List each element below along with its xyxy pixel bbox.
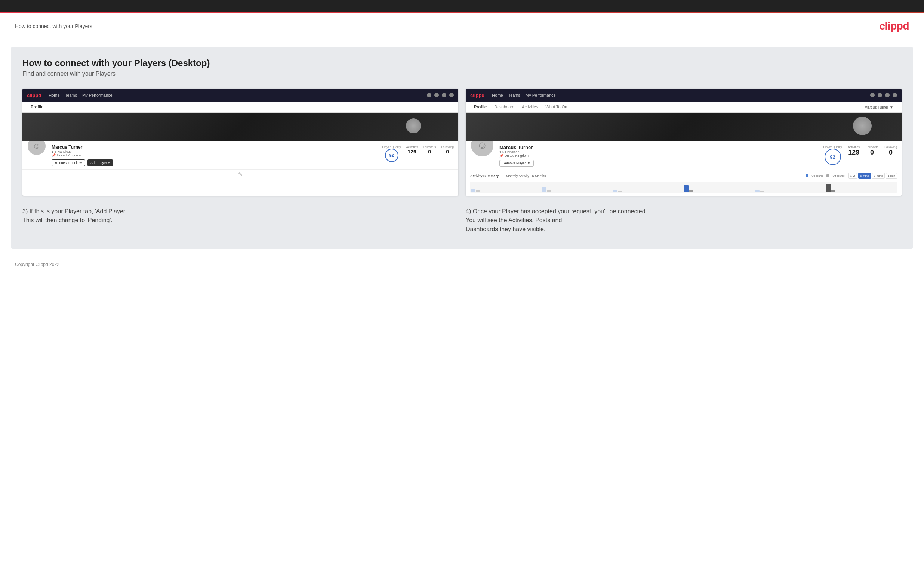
chart-bar [689, 190, 693, 192]
off-course-label: Off course [832, 174, 844, 177]
right-user-dropdown[interactable]: Marcus Turner ▼ [861, 102, 897, 113]
left-nav-items: Home Teams My Performance [48, 93, 427, 97]
right-profile-section: ☺ Marcus Turner 1-5 Handicap 📌 United Ki… [466, 141, 901, 169]
right-stat-followers: Followers 0 [866, 145, 879, 156]
activity-period: Monthly Activity · 6 Months [506, 174, 546, 178]
desc-left: 3) If this is your Player tap, 'Add Play… [23, 207, 458, 234]
left-profile-info: Marcus Turner 1-5 Handicap 📌 United King… [52, 144, 377, 166]
activity-right: On course Off course 1 yr 6 mths 3 mths … [806, 173, 897, 179]
close-icon: ✕ [527, 161, 530, 165]
account-icon[interactable] [449, 93, 454, 97]
time-3mths[interactable]: 3 mths [872, 173, 885, 179]
main-content: How to connect with your Players (Deskto… [11, 47, 913, 249]
chart-bar-group-5 [755, 190, 825, 192]
activity-left: Activity Summary Monthly Activity · 6 Mo… [470, 174, 546, 178]
left-nav-teams[interactable]: Teams [65, 93, 77, 97]
right-account-icon[interactable] [893, 93, 897, 97]
left-banner-circle [406, 118, 421, 133]
chart-bar [831, 190, 835, 192]
right-tab-dashboard[interactable]: Dashboard [490, 102, 518, 113]
right-tab-activities[interactable]: Activities [518, 102, 542, 113]
right-avatar-user-icon: ☺ [477, 139, 488, 151]
left-profile-buttons: Request to Follow Add Player + [52, 160, 377, 166]
chart-bar-group-1 [471, 189, 541, 192]
page-breadcrumb: How to connect with your Players [15, 23, 92, 29]
chart-legend: On course Off course [806, 174, 844, 177]
chart-bar [471, 189, 475, 192]
remove-player-button[interactable]: Remove Player ✕ [499, 160, 534, 166]
left-nav-logo: clippd [27, 93, 41, 98]
user-icon[interactable] [435, 93, 439, 97]
right-tab-profile[interactable]: Profile [470, 102, 490, 113]
off-course-dot [826, 174, 829, 177]
activity-header: Activity Summary Monthly Activity · 6 Mo… [470, 173, 897, 179]
time-buttons: 1 yr 6 mths 3 mths 1 mth [848, 173, 897, 179]
chart-bar-group-4 [684, 185, 754, 192]
descriptions-row: 3) If this is your Player tap, 'Add Play… [23, 207, 901, 234]
main-title: How to connect with your Players (Deskto… [23, 58, 901, 68]
on-course-label: On course [811, 174, 824, 177]
time-1mth[interactable]: 1 mth [886, 173, 897, 179]
right-settings-icon[interactable] [885, 93, 890, 97]
chevron-down-icon: ▼ [890, 105, 893, 110]
right-nav-home[interactable]: Home [492, 93, 503, 97]
left-screenshot-bottom: ✎ [23, 169, 458, 179]
right-stat-following: Following 0 [884, 145, 897, 156]
left-tab-profile[interactable]: Profile [27, 102, 47, 113]
right-profile-tabs: Profile Dashboard Activities What To On … [466, 102, 901, 113]
right-tab-what-to-on[interactable]: What To On [542, 102, 571, 113]
request-follow-button[interactable]: Request to Follow [52, 160, 85, 166]
right-banner [466, 113, 901, 141]
add-player-button[interactable]: Add Player + [87, 160, 113, 166]
left-location: 📌 United Kingdom [52, 153, 377, 157]
left-stat-followers: Followers 0 [423, 145, 436, 155]
right-nav-icons [870, 93, 897, 97]
left-nav-home[interactable]: Home [48, 93, 60, 97]
right-nav-logo: clippd [470, 93, 485, 98]
right-user-icon[interactable] [878, 93, 882, 97]
right-location-pin-icon: 📌 [499, 154, 504, 158]
right-tabs-list: Profile Dashboard Activities What To On [470, 102, 571, 113]
left-nav-myperformance[interactable]: My Performance [82, 93, 113, 97]
screenshot-right: clippd Home Teams My Performance Profile [466, 89, 901, 196]
desc-right: 4) Once your Player has accepted your re… [466, 207, 901, 234]
main-subtitle: Find and connect with your Players [23, 71, 901, 77]
mini-activity-chart [470, 182, 897, 193]
left-profile-tabs: Profile [23, 102, 458, 113]
left-stats: Player Quality 92 Activities 129 Followe… [382, 145, 454, 162]
search-icon[interactable] [427, 93, 431, 97]
left-stat-following: Following 0 [441, 145, 454, 155]
right-search-icon[interactable] [870, 93, 875, 97]
right-player-name: Marcus Turner [499, 145, 818, 150]
left-player-name: Marcus Turner [52, 145, 377, 150]
chart-bar [547, 190, 551, 192]
right-stat-activities: Activities 129 [848, 145, 860, 156]
time-6mths[interactable]: 6 mths [858, 173, 871, 179]
screenshot-left: clippd Home Teams My Performance Profile [23, 89, 458, 196]
chart-bar [476, 190, 480, 192]
chart-bar [542, 187, 546, 192]
right-app-nav: clippd Home Teams My Performance [466, 89, 901, 102]
right-activity-summary: Activity Summary Monthly Activity · 6 Mo… [466, 169, 901, 196]
chart-bar [613, 190, 617, 192]
right-stat-quality: Player Quality 92 [824, 145, 842, 165]
settings-icon[interactable] [442, 93, 446, 97]
top-bar [0, 0, 924, 12]
right-nav-myperformance[interactable]: My Performance [525, 93, 556, 97]
right-nav-items: Home Teams My Performance [492, 93, 870, 97]
right-location: 📌 United Kingdom [499, 154, 818, 158]
chart-bar [760, 191, 764, 192]
left-stat-quality: Player Quality 92 [382, 145, 401, 162]
quality-circle: 92 [385, 148, 399, 162]
right-nav-teams[interactable]: Teams [508, 93, 520, 97]
left-profile-section: ☺ Marcus Turner 1-5 Handicap 📌 United Ki… [23, 141, 458, 169]
chart-bar [618, 191, 622, 192]
right-profile-buttons: Remove Player ✕ [499, 160, 818, 166]
right-profile-info: Marcus Turner 1-5 Handicap 📌 United King… [499, 144, 818, 166]
desc-right-text: 4) Once your Player has accepted your re… [466, 207, 901, 234]
chart-bar [684, 185, 688, 192]
time-1yr[interactable]: 1 yr [848, 173, 857, 179]
left-banner [23, 113, 458, 141]
clippd-logo: clippd [880, 20, 909, 32]
right-banner-circle [853, 116, 872, 135]
